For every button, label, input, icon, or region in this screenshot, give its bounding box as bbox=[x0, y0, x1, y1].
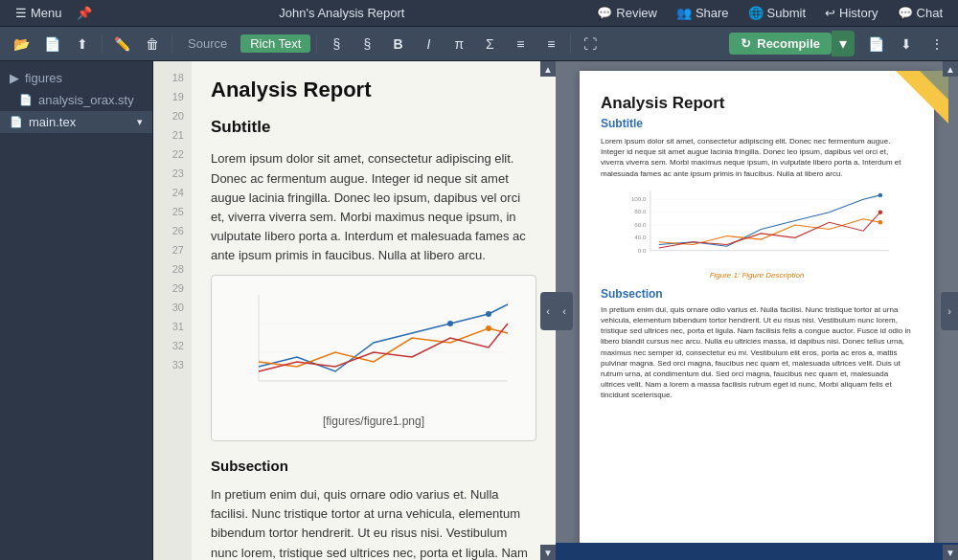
tex-filename: main.tex bbox=[29, 115, 76, 129]
editor-para1: Lorem ipsum dolor sit amet, consectetur … bbox=[211, 149, 536, 265]
svg-text:80.0: 80.0 bbox=[634, 208, 647, 214]
pi-button[interactable]: π bbox=[445, 32, 472, 56]
doc-subtitle: Subtitle bbox=[211, 114, 536, 140]
download-pdf-button[interactable]: 📄 bbox=[862, 32, 889, 56]
history-button[interactable]: ↩ History bbox=[817, 4, 885, 22]
app-title: John's Analysis Report bbox=[279, 6, 404, 20]
submit-icon: 🌐 bbox=[748, 6, 764, 20]
fullscreen-button[interactable]: ⛶ bbox=[577, 32, 604, 56]
preview-scroll-up[interactable]: ▲ bbox=[943, 61, 958, 77]
menu-button[interactable]: ☰ Menu bbox=[8, 4, 70, 22]
history-icon: ↩ bbox=[825, 6, 835, 20]
doc-title: Analysis Report bbox=[211, 73, 536, 106]
new-file-button[interactable]: 📄 bbox=[38, 32, 65, 56]
rich-text-button[interactable]: Rich Text bbox=[240, 34, 310, 53]
recompile-label: Recompile bbox=[757, 36, 820, 51]
svg-point-4 bbox=[486, 311, 491, 317]
folder-icon: ▶ bbox=[10, 71, 19, 85]
svg-text:60.0: 60.0 bbox=[634, 221, 647, 228]
svg-point-20 bbox=[878, 192, 882, 196]
recompile-button[interactable]: ↻ Recompile bbox=[729, 33, 832, 55]
bold-button[interactable]: B bbox=[384, 32, 411, 56]
preview-page: Analysis Report Subtitle Lorem ipsum dol… bbox=[580, 71, 934, 550]
file-icon-tex: 📄 bbox=[10, 116, 23, 128]
chat-label: Chat bbox=[917, 6, 943, 20]
svg-point-6 bbox=[486, 325, 491, 331]
corner-decoration bbox=[896, 71, 948, 123]
italic-button[interactable]: I bbox=[415, 32, 442, 56]
preview-nav-arrow-right[interactable]: › bbox=[941, 292, 958, 330]
preview-title: Analysis Report bbox=[601, 94, 913, 113]
divider-3 bbox=[316, 34, 317, 54]
section-symbol2-button[interactable]: § bbox=[354, 32, 380, 56]
share-label: Share bbox=[696, 6, 729, 20]
svg-point-21 bbox=[878, 220, 882, 224]
sidebar: ▶ figures 📄 analysis_orax.sty 📄 main.tex… bbox=[0, 61, 153, 560]
editor-content[interactable]: Analysis Report Subtitle Lorem ipsum dol… bbox=[192, 61, 556, 560]
menu-icon: ☰ bbox=[15, 6, 27, 20]
svg-text:100.0: 100.0 bbox=[631, 195, 647, 202]
share-button[interactable]: 👥 Share bbox=[669, 4, 737, 22]
editor-para2: In pretium enim dui, quis ornare odio va… bbox=[211, 485, 536, 560]
preview-nav-arrow-left[interactable]: ‹ bbox=[556, 292, 573, 330]
divider-4 bbox=[570, 34, 571, 54]
open-folder-button[interactable]: 📂 bbox=[8, 32, 34, 56]
file-icon-sty: 📄 bbox=[19, 94, 33, 106]
sidebar-item-main[interactable]: 📄 main.tex ▾ bbox=[0, 111, 152, 133]
svg-point-5 bbox=[447, 321, 453, 326]
preview-text2: In pretium enim dui, quis ornare odio va… bbox=[601, 304, 913, 401]
folder-name: figures bbox=[25, 71, 62, 85]
preview-area: ‹ › Analysis Report Subtitle Lorem ipsum… bbox=[556, 61, 958, 560]
chevron-down-icon: ▾ bbox=[137, 116, 143, 128]
sty-filename: analysis_orax.sty bbox=[38, 93, 134, 107]
download-button[interactable]: ⬇ bbox=[893, 32, 920, 56]
svg-text:40.0: 40.0 bbox=[634, 234, 647, 240]
menu-bar: ☰ Menu 📌 John's Analysis Report 💬 Review… bbox=[0, 0, 958, 27]
menu-label: Menu bbox=[31, 6, 62, 20]
svg-text:0.0: 0.0 bbox=[638, 247, 647, 254]
figure-caption: [figures/figure1.png] bbox=[221, 413, 526, 431]
recompile-icon: ↻ bbox=[741, 36, 751, 51]
preview-text1: Lorem ipsum dolor sit amet, consectetur … bbox=[601, 136, 913, 179]
delete-button[interactable]: 🗑 bbox=[139, 32, 166, 56]
upload-button[interactable]: ⬆ bbox=[69, 32, 96, 56]
doc-subsection: Subsection bbox=[211, 455, 536, 478]
pin-button[interactable]: 📌 bbox=[74, 3, 95, 24]
review-label: Review bbox=[616, 6, 657, 20]
recompile-dropdown-button[interactable]: ▾ bbox=[832, 31, 855, 56]
main-area: ▶ figures 📄 analysis_orax.sty 📄 main.tex… bbox=[0, 61, 958, 560]
scroll-down-arrow[interactable]: ▼ bbox=[540, 545, 556, 560]
history-label: History bbox=[839, 6, 878, 20]
numbered-list-button[interactable]: ≡ bbox=[537, 32, 564, 56]
preview-chart: 0.0 40.0 60.0 80.0 100.0 bbox=[601, 187, 913, 263]
editor-scroll[interactable]: 1819202122 2324252627 2829303132 33 Anal… bbox=[153, 61, 556, 560]
sidebar-item-sty[interactable]: 📄 analysis_orax.sty bbox=[0, 89, 152, 111]
section-symbol-button[interactable]: § bbox=[323, 32, 350, 56]
review-icon: 💬 bbox=[597, 6, 612, 20]
sigma-button[interactable]: Σ bbox=[476, 32, 503, 56]
source-button[interactable]: Source bbox=[178, 34, 237, 53]
share-icon: 👥 bbox=[676, 6, 692, 20]
scroll-up-arrow[interactable]: ▲ bbox=[540, 61, 556, 77]
toolbar: 📂 📄 ⬆ ✏️ 🗑 Source Rich Text § § B I π Σ … bbox=[0, 27, 958, 61]
editor-collapse-arrow[interactable]: ‹ bbox=[540, 292, 556, 330]
preview-scroll[interactable]: Analysis Report Subtitle Lorem ipsum dol… bbox=[556, 61, 958, 560]
svg-point-22 bbox=[878, 210, 882, 213]
preview-footer-bar bbox=[556, 543, 958, 560]
submit-button[interactable]: 🌐 Submit bbox=[741, 4, 813, 22]
preview-scroll-down[interactable]: ▼ bbox=[943, 545, 958, 560]
edit-button[interactable]: ✏️ bbox=[108, 32, 135, 56]
editor-area: 1819202122 2324252627 2829303132 33 Anal… bbox=[153, 61, 556, 560]
figure-container: [figures/figure1.png] bbox=[211, 275, 536, 441]
chat-button[interactable]: 💬 Chat bbox=[890, 4, 950, 22]
submit-label: Submit bbox=[767, 6, 806, 20]
sidebar-item-figures[interactable]: ▶ figures bbox=[0, 67, 152, 89]
review-button[interactable]: 💬 Review bbox=[589, 4, 665, 22]
chat-icon: 💬 bbox=[898, 6, 913, 20]
list-button[interactable]: ≡ bbox=[507, 32, 534, 56]
preview-subsection: Subsection bbox=[601, 287, 913, 301]
line-numbers: 1819202122 2324252627 2829303132 33 bbox=[153, 61, 192, 560]
preview-fig-caption: Figure 1: Figure Description bbox=[601, 271, 913, 280]
more-options-button[interactable]: ⋮ bbox=[924, 32, 950, 56]
divider-1 bbox=[102, 34, 103, 54]
